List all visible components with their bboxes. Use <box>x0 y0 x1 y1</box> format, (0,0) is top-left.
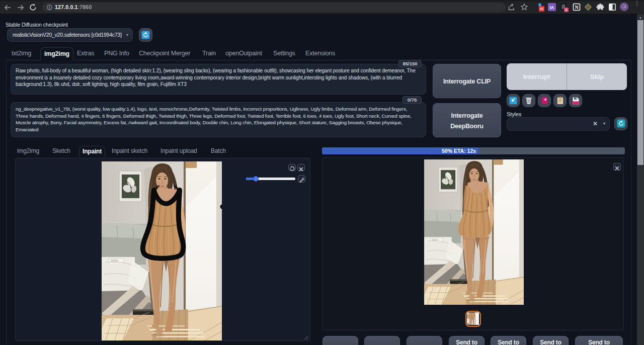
svg-text:3: 3 <box>566 8 568 12</box>
svg-text:IA: IA <box>550 5 554 10</box>
svg-text:N: N <box>575 5 579 10</box>
